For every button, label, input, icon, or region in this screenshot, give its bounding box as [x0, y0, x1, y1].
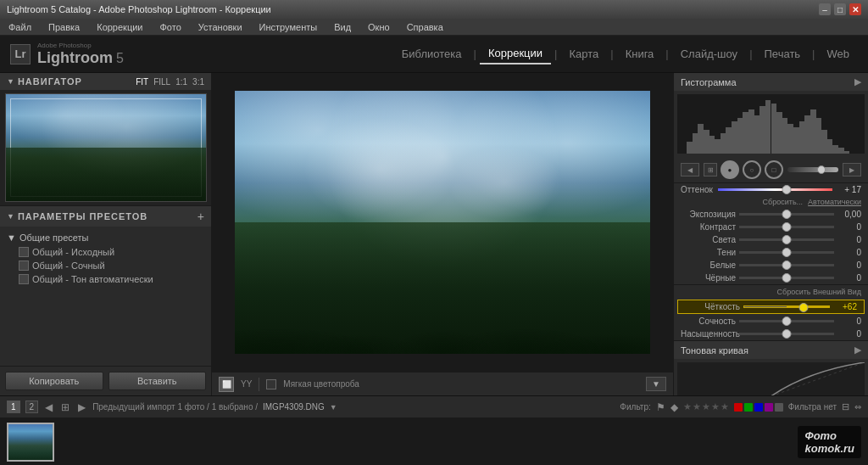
add-preset-button[interactable]: + [198, 210, 204, 223]
list-item[interactable]: Общий - Исходный [0, 245, 211, 259]
clarity-label: Чёткость [685, 302, 740, 311]
star-filter: ★ ★ ★ ★ ★ [683, 401, 729, 412]
flag-icon-2[interactable]: ◆ [670, 401, 678, 413]
zoom-3-1[interactable]: 3:1 [192, 77, 204, 87]
paste-button[interactable]: Вставить [108, 372, 207, 390]
menu-edit[interactable]: Правка [45, 20, 83, 34]
zoom-fill[interactable]: FILL [153, 77, 170, 87]
menu-window[interactable]: Окно [364, 20, 393, 34]
minimize-button[interactable]: – [819, 3, 831, 15]
toolbar-dropdown[interactable]: ▼ [646, 377, 666, 391]
circle-icon-active[interactable]: ● [721, 160, 739, 179]
contrast-label: Контраст [681, 222, 736, 232]
content-area: ▼ Навигатор FIT FILL 1:1 3:1 [0, 73, 868, 395]
preset-group-header[interactable]: ▼ Общие пресеты [0, 230, 211, 245]
tab-slideshow[interactable]: Слайд-шоу [672, 44, 746, 64]
clarity-value: +62 [833, 302, 857, 311]
exposure-track[interactable] [739, 213, 834, 216]
tab-library[interactable]: Библиотека [393, 44, 470, 64]
star-2[interactable]: ★ [693, 401, 701, 412]
tab-corrections[interactable]: Коррекции [480, 43, 551, 64]
square-icon[interactable]: □ [765, 160, 783, 179]
purple-flag[interactable] [765, 403, 773, 412]
filter-none-label[interactable]: Фильтра нет [788, 402, 837, 412]
auto-label[interactable]: Автоматически [808, 198, 861, 206]
star-5[interactable]: ★ [721, 401, 729, 412]
navigator-panel: ▼ Навигатор FIT FILL 1:1 3:1 [0, 73, 211, 206]
star-3[interactable]: ★ [702, 401, 710, 412]
menu-settings[interactable]: Установки [195, 20, 246, 34]
filmstrip-prev-btn[interactable]: ◀ [43, 401, 54, 413]
maximize-button[interactable]: □ [834, 3, 846, 15]
highlight-clip-icon[interactable]: ▶ [843, 163, 861, 176]
menu-corrections[interactable]: Коррекции [93, 20, 146, 34]
presets-header[interactable]: ▼ Параметры пресетов + [0, 206, 211, 227]
filmstrip-toolbar: 1 2 ◀ ⊞ ▶ Предыдущий импорт 1 фото / 1 в… [0, 396, 868, 418]
flag-icon[interactable]: ⚑ [656, 401, 665, 413]
zoom-1-1[interactable]: 1:1 [175, 77, 187, 87]
shadow-clip-icon[interactable]: ◀ [681, 163, 699, 176]
green-flag[interactable] [744, 403, 753, 412]
vibrance-label: Сочность [681, 317, 736, 326]
tonal-curve-title: Тоновая кривая [681, 345, 748, 356]
close-button[interactable]: ✕ [849, 3, 861, 15]
highlights-track[interactable] [739, 238, 834, 241]
menu-view[interactable]: Вид [331, 20, 354, 34]
gray-flag[interactable] [775, 403, 783, 412]
whites-track[interactable] [739, 264, 834, 266]
list-item[interactable]: Общий - Сочный [0, 259, 211, 272]
grid-icon[interactable]: ⊞ [704, 163, 717, 176]
tab-print[interactable]: Печать [756, 44, 810, 64]
menu-tools[interactable]: Инструменты [256, 20, 321, 34]
histogram-canvas [677, 94, 865, 154]
preset-icon [19, 261, 29, 271]
zoom-fit[interactable]: FIT [136, 77, 148, 87]
navigator-image [5, 93, 207, 202]
tonal-curve-section: Тоновая кривая ▶ [674, 340, 868, 395]
tab-map[interactable]: Карта [560, 44, 607, 64]
blacks-track[interactable] [739, 277, 834, 279]
star-4[interactable]: ★ [711, 401, 720, 412]
preset-label: Общий - Исходный [32, 247, 114, 257]
navigator-header[interactable]: ▼ Навигатор FIT FILL 1:1 3:1 [0, 73, 211, 90]
preset-group: ▼ Общие пресеты Общий - Исходный Общий -… [0, 230, 211, 286]
filmstrip-expand-icon[interactable]: ⇔ [854, 402, 861, 412]
vibrance-track[interactable] [739, 320, 834, 322]
reset-appearance-label[interactable]: Сбросить Внешний Вид [776, 288, 861, 296]
footer: 1 2 ◀ ⊞ ▶ Предыдущий импорт 1 фото / 1 в… [0, 395, 868, 465]
filmstrip-num-2[interactable]: 2 [25, 401, 39, 413]
preset-icon [19, 247, 29, 257]
circle-icon[interactable]: ○ [743, 160, 761, 179]
red-flag[interactable] [734, 403, 743, 412]
tab-web[interactable]: Web [819, 44, 859, 64]
filmstrip-num-1[interactable]: 1 [7, 401, 20, 413]
bottom-buttons: Копировать Вставить [0, 366, 211, 395]
shadows-label: Тени [681, 248, 736, 257]
hue-track[interactable] [718, 188, 832, 191]
histogram-slider[interactable] [787, 167, 838, 172]
filmstrip-thumb[interactable] [7, 423, 54, 462]
list-item[interactable]: Общий - Тон автоматически [0, 272, 211, 286]
menu-file[interactable]: Файл [5, 20, 35, 34]
filmstrip-settings-icon[interactable]: ⊟ [842, 401, 849, 412]
crop-tool-icon[interactable]: ⬜ [219, 377, 234, 392]
tonal-curve-header[interactable]: Тоновая кривая ▶ [674, 341, 868, 359]
blue-flag[interactable] [754, 403, 763, 412]
highlights-value: 0 [837, 235, 861, 244]
menu-photo[interactable]: Фото [157, 20, 185, 34]
filmstrip-next-btn[interactable]: ▶ [76, 401, 87, 413]
histogram-header[interactable]: Гистограмма ▶ [674, 73, 868, 91]
saturation-track[interactable] [739, 333, 834, 335]
clarity-track[interactable] [743, 305, 830, 308]
filmstrip-dropdown-icon[interactable]: ▼ [330, 403, 337, 412]
shadows-track[interactable] [739, 251, 834, 254]
contrast-track[interactable] [739, 226, 834, 228]
exposure-thumb [782, 210, 792, 219]
soft-proof-checkbox[interactable] [266, 379, 276, 389]
tab-book[interactable]: Книга [617, 44, 663, 64]
filmstrip-grid-icon[interactable]: ⊞ [59, 401, 71, 413]
menu-help[interactable]: Справка [403, 20, 447, 34]
star-1[interactable]: ★ [683, 401, 692, 412]
reset-label[interactable]: Сбросить... [763, 198, 804, 206]
copy-button[interactable]: Копировать [5, 372, 103, 390]
